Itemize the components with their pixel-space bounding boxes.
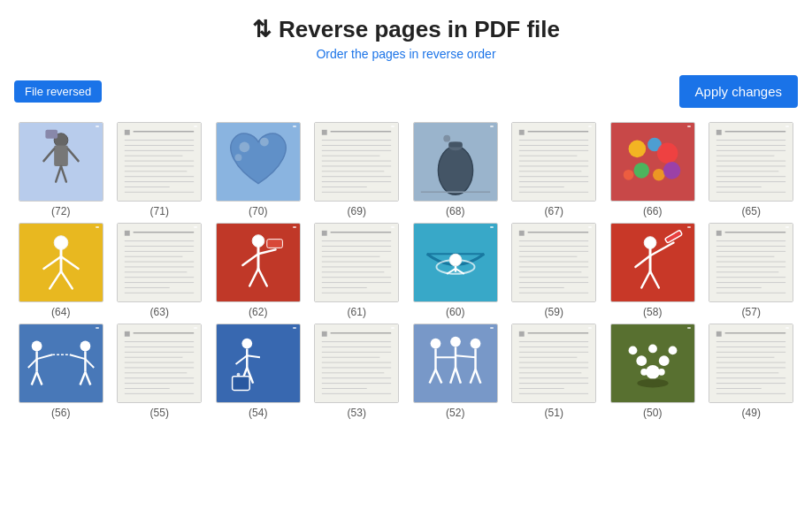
page-thumbnail xyxy=(314,324,399,403)
apply-changes-button[interactable]: Apply changes xyxy=(679,75,798,108)
page-number-badge xyxy=(588,327,592,329)
svg-rect-47 xyxy=(519,130,525,135)
page-number-badge xyxy=(391,327,395,329)
page-thumbnail xyxy=(216,223,301,302)
page-item[interactable]: (62) xyxy=(211,223,305,318)
svg-point-104 xyxy=(252,235,264,248)
pages-grid: (72) (71) (70) xyxy=(0,117,812,433)
page-number-badge xyxy=(194,126,197,127)
svg-rect-2 xyxy=(54,145,68,166)
svg-rect-7 xyxy=(45,130,57,139)
page-item[interactable]: (67) xyxy=(508,122,601,217)
svg-point-45 xyxy=(443,135,450,142)
page-item[interactable]: (53) xyxy=(310,324,404,419)
page-number-badge xyxy=(194,327,197,329)
svg-rect-155 xyxy=(716,231,722,236)
page-number-badge xyxy=(588,126,592,127)
svg-point-41 xyxy=(438,146,472,194)
page-label: (57) xyxy=(742,306,761,318)
page-label: (52) xyxy=(446,407,464,419)
svg-point-64 xyxy=(633,163,649,179)
page-item[interactable]: (54) xyxy=(211,324,305,419)
page-title: ⇅ Reverse pages in PDF file xyxy=(0,16,812,43)
page-label: (60) xyxy=(446,306,464,318)
page-thumbnail xyxy=(216,324,301,403)
svg-point-251 xyxy=(628,346,637,354)
page-item[interactable]: (72) xyxy=(14,122,108,217)
svg-point-252 xyxy=(648,344,657,353)
page-number-badge xyxy=(785,126,789,127)
svg-point-175 xyxy=(80,341,90,352)
page-thumbnail xyxy=(709,324,793,403)
svg-rect-202 xyxy=(232,377,249,391)
svg-rect-258 xyxy=(709,324,793,402)
page-label: (68) xyxy=(446,205,464,217)
svg-point-83 xyxy=(54,236,68,250)
svg-rect-132 xyxy=(512,224,595,301)
svg-point-65 xyxy=(653,169,665,181)
page-item[interactable]: (58) xyxy=(606,223,700,318)
svg-point-147 xyxy=(644,237,656,249)
svg-point-250 xyxy=(659,355,670,366)
page-number-badge xyxy=(293,126,296,127)
page-thumbnail xyxy=(216,122,301,202)
page-label: (59) xyxy=(545,306,563,318)
page-thumbnail xyxy=(413,223,498,302)
file-reversed-badge: File reversed xyxy=(14,80,102,103)
page-thumbnail xyxy=(709,223,793,302)
page-number-badge xyxy=(490,126,494,127)
page-item[interactable]: (64) xyxy=(14,223,108,318)
page-thumbnail xyxy=(511,122,596,202)
page-thumbnail xyxy=(19,223,103,302)
page-label: (63) xyxy=(150,306,169,318)
page-item[interactable]: (70) xyxy=(211,122,305,217)
page-number-badge xyxy=(391,126,395,127)
svg-rect-8 xyxy=(118,123,201,201)
svg-rect-205 xyxy=(322,331,327,337)
page-number-badge xyxy=(96,226,99,228)
page-header: ⇅ Reverse pages in PDF file Order the pa… xyxy=(0,0,812,66)
page-item[interactable]: (55) xyxy=(113,324,207,419)
page-label: (71) xyxy=(150,205,169,217)
svg-rect-259 xyxy=(716,331,722,337)
page-label: (69) xyxy=(348,205,366,217)
page-item[interactable]: (57) xyxy=(705,223,799,318)
page-item[interactable]: (59) xyxy=(508,223,601,318)
page-number-badge xyxy=(785,327,789,329)
page-item[interactable]: (68) xyxy=(409,122,502,217)
page-item[interactable]: (60) xyxy=(409,223,502,318)
svg-point-203 xyxy=(236,373,240,377)
page-item[interactable]: (66) xyxy=(606,122,700,217)
svg-point-220 xyxy=(450,337,461,347)
svg-point-63 xyxy=(657,142,678,164)
page-item[interactable]: (51) xyxy=(508,324,601,419)
page-item[interactable]: (63) xyxy=(113,223,207,318)
page-number-badge xyxy=(96,327,99,329)
svg-rect-89 xyxy=(118,224,201,301)
page-item[interactable]: (52) xyxy=(409,324,502,419)
page-item[interactable]: (49) xyxy=(705,324,799,419)
page-label: (51) xyxy=(545,407,563,419)
page-thumbnail xyxy=(19,324,103,403)
page-thumbnail xyxy=(511,324,596,403)
page-number-badge xyxy=(588,226,592,228)
svg-rect-43 xyxy=(448,141,463,147)
page-number-badge xyxy=(194,226,197,228)
svg-rect-68 xyxy=(709,123,793,201)
page-item[interactable]: (69) xyxy=(310,122,404,217)
svg-point-196 xyxy=(241,339,252,349)
page-item[interactable]: (50) xyxy=(606,324,700,419)
page-number-badge xyxy=(490,327,494,329)
svg-rect-69 xyxy=(716,130,722,135)
page-number-badge xyxy=(687,126,691,127)
page-label: (56) xyxy=(51,407,70,419)
svg-point-61 xyxy=(628,141,646,158)
page-item[interactable]: (61) xyxy=(310,223,404,318)
page-item[interactable]: (65) xyxy=(705,122,799,217)
page-item[interactable]: (71) xyxy=(113,122,207,217)
page-item[interactable]: (56) xyxy=(14,324,108,419)
page-number-badge xyxy=(687,327,691,329)
svg-point-67 xyxy=(623,170,633,180)
page-thumbnail xyxy=(117,324,202,403)
page-label: (72) xyxy=(51,205,70,217)
